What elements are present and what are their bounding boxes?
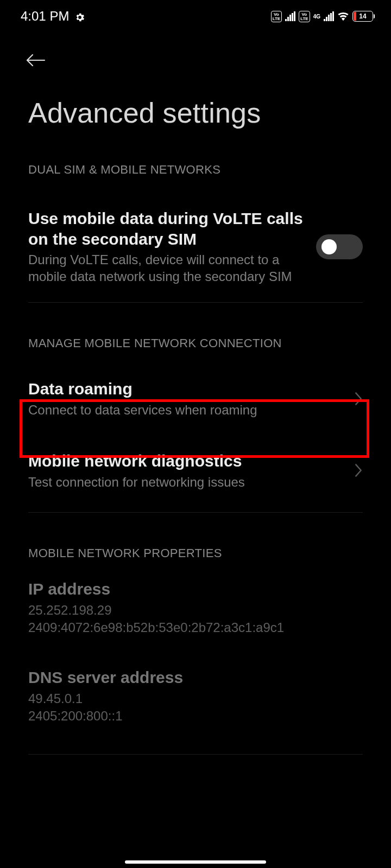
- property-value-ipv4: 49.45.0.1: [28, 690, 363, 707]
- row-data-roaming[interactable]: Data roaming Connect to data services wh…: [28, 367, 363, 430]
- chevron-right-icon: [354, 463, 363, 477]
- row-subtitle: During VoLTE calls, device will connect …: [28, 251, 305, 285]
- property-value-ipv6: 2409:4072:6e98:b52b:53e0:2b72:a3c1:a9c1: [28, 619, 363, 636]
- property-dns-address: DNS server address 49.45.0.1 2405:200:80…: [28, 668, 363, 731]
- status-time: 4:01 PM: [21, 9, 69, 24]
- row-volte-secondary-sim[interactable]: Use mobile data during VoLTE calls on th…: [28, 193, 363, 301]
- property-ip-address: IP address 25.252.198.29 2409:4072:6e98:…: [28, 580, 363, 642]
- section-header-manage-connection: MANAGE MOBILE NETWORK CONNECTION: [28, 336, 363, 350]
- page-title: Advanced settings: [0, 69, 391, 129]
- battery-percent: 14: [359, 12, 366, 20]
- signal-icon: [324, 11, 334, 21]
- row-network-diagnostics[interactable]: Mobile network diagnostics Test connecti…: [28, 430, 363, 511]
- section-header-dual-sim: DUAL SIM & MOBILE NETWORKS: [28, 163, 363, 177]
- arrow-left-icon: [26, 53, 46, 67]
- row-title: Mobile network diagnostics: [28, 451, 345, 471]
- divider: [28, 302, 363, 303]
- gear-icon: [74, 11, 85, 22]
- status-left: 4:01 PM: [21, 9, 85, 24]
- property-value-ipv4: 25.252.198.29: [28, 602, 363, 619]
- volte-badge-icon: VoLTE: [271, 11, 282, 22]
- divider: [28, 754, 363, 755]
- row-subtitle: Connect to data services when roaming: [28, 401, 345, 418]
- property-title: IP address: [28, 580, 363, 598]
- section-header-network-properties: MOBILE NETWORK PROPERTIES: [28, 546, 363, 560]
- signal-icon: [285, 11, 295, 21]
- wifi-icon: [337, 10, 349, 22]
- property-title: DNS server address: [28, 668, 363, 687]
- back-button[interactable]: [26, 60, 46, 69]
- volte-badge-icon: VoLTE: [299, 11, 310, 22]
- toggle-volte-secondary-sim[interactable]: [316, 234, 363, 259]
- row-title: Data roaming: [28, 379, 345, 399]
- network-type-label: 4G: [313, 14, 320, 19]
- divider: [28, 512, 363, 513]
- row-title: Use mobile data during VoLTE calls on th…: [28, 208, 305, 249]
- property-value-ipv6: 2405:200:800::1: [28, 707, 363, 725]
- row-subtitle: Test connection for networking issues: [28, 474, 345, 490]
- status-right: VoLTE VoLTE 4G 14: [271, 10, 375, 22]
- chevron-right-icon: [354, 392, 363, 406]
- battery-icon: 14: [352, 11, 375, 22]
- home-indicator[interactable]: [125, 860, 266, 864]
- status-bar: 4:01 PM VoLTE VoLTE 4G 14: [0, 0, 391, 33]
